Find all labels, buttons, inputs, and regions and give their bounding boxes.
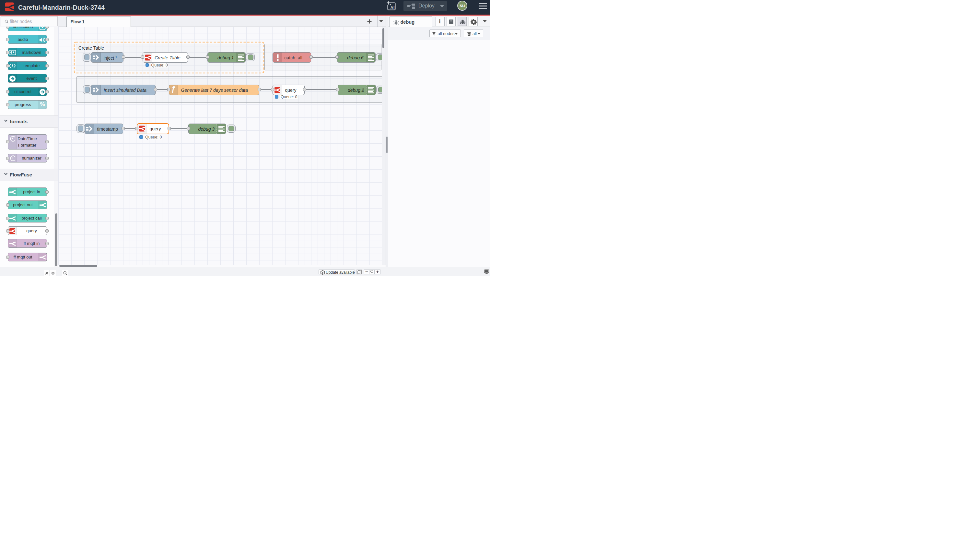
svg-text:AI: AI xyxy=(390,5,395,10)
